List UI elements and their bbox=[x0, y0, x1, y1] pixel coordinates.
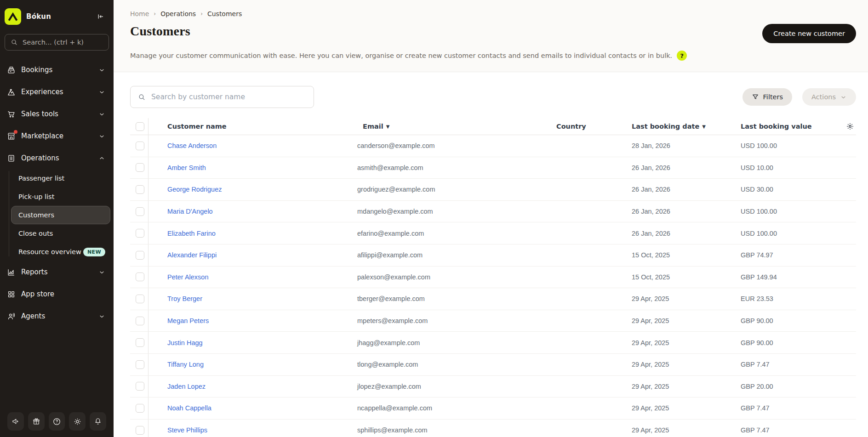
sidebar-item-bookings[interactable]: Bookings bbox=[0, 59, 114, 81]
sidebar-item-passenger-list[interactable]: Passenger list bbox=[11, 169, 110, 187]
filters-button[interactable]: Filters bbox=[742, 88, 792, 106]
announcements-button[interactable] bbox=[7, 412, 24, 431]
notifications-button[interactable] bbox=[90, 412, 106, 431]
brand-name: Bókun bbox=[26, 12, 94, 21]
column-settings-cell bbox=[840, 122, 856, 131]
operations-submenu: Passenger list Pick-up list Customers Cl… bbox=[0, 169, 114, 261]
collapse-sidebar-button[interactable] bbox=[94, 11, 106, 23]
sidebar-search-input[interactable]: Search... (ctrl + k) bbox=[5, 34, 109, 51]
sub-item-label: Close outs bbox=[18, 230, 53, 237]
row-checkbox[interactable] bbox=[136, 229, 144, 238]
customer-name-cell: Alexander Filippi bbox=[148, 251, 357, 259]
table-row: Steve Phillipssphillips@example.com29 Ap… bbox=[130, 420, 856, 437]
page-description: Manage your customer communication with … bbox=[130, 52, 672, 59]
table-header-row: Customer name Email ▼ Country Last booki… bbox=[130, 118, 856, 135]
mountain-logo-icon bbox=[7, 11, 18, 22]
row-checkbox-cell bbox=[130, 135, 148, 157]
sidebar-item-app-store[interactable]: App store bbox=[0, 283, 114, 305]
customer-name-cell: Troy Berger bbox=[148, 295, 357, 302]
customer-name-cell: Justin Hagg bbox=[148, 339, 357, 346]
row-checkbox[interactable] bbox=[136, 251, 144, 260]
customer-search-box[interactable] bbox=[130, 86, 314, 108]
row-checkbox[interactable] bbox=[136, 295, 144, 303]
help-button[interactable] bbox=[49, 412, 65, 431]
sidebar-item-sales-tools[interactable]: Sales tools bbox=[0, 103, 114, 125]
customer-name-link[interactable]: Noah Cappella bbox=[167, 404, 211, 412]
customer-name-link[interactable]: Steve Phillips bbox=[167, 426, 207, 434]
customer-name-link[interactable]: Justin Hagg bbox=[167, 339, 203, 346]
sidebar-item-reports[interactable]: Reports bbox=[0, 261, 114, 283]
customer-name-link[interactable]: Amber Smith bbox=[167, 164, 206, 171]
customer-name-link[interactable]: Troy Berger bbox=[167, 295, 202, 302]
last-booking-value: USD 100.00 bbox=[741, 208, 840, 215]
email-header-label: Email bbox=[363, 123, 383, 130]
page-header: Home › Operations › Customers Customers … bbox=[114, 0, 868, 72]
breadcrumb-customers[interactable]: Customers bbox=[207, 10, 242, 17]
customer-name-cell: Jaden Lopez bbox=[148, 383, 357, 390]
row-checkbox[interactable] bbox=[136, 185, 144, 194]
sidebar-item-label: App store bbox=[21, 290, 105, 298]
sidebar-item-marketplace[interactable]: Marketplace bbox=[0, 125, 114, 147]
customer-name-link[interactable]: Megan Peters bbox=[167, 317, 209, 324]
row-checkbox[interactable] bbox=[136, 404, 144, 413]
bokun-logo bbox=[5, 8, 21, 25]
column-header-last-booking-date[interactable]: Last booking date ▼ bbox=[632, 123, 741, 130]
customer-name-link[interactable]: Alexander Filippi bbox=[167, 251, 217, 259]
customer-name-link[interactable]: Peter Alexson bbox=[167, 273, 208, 281]
filters-label: Filters bbox=[763, 93, 783, 101]
last-booking-value: EUR 23.53 bbox=[741, 295, 840, 302]
sidebar-item-resource-overview[interactable]: Resource overview NEW bbox=[11, 243, 110, 261]
sidebar-item-customers[interactable]: Customers bbox=[11, 206, 110, 224]
table-row: Peter Alexsonpalexson@example.com15 Oct,… bbox=[130, 267, 856, 289]
whats-new-button[interactable] bbox=[28, 412, 45, 431]
create-new-customer-button[interactable]: Create new customer bbox=[762, 24, 856, 43]
sidebar-item-experiences[interactable]: Experiences bbox=[0, 81, 114, 103]
sidebar-item-close-outs[interactable]: Close outs bbox=[11, 224, 110, 243]
select-all-checkbox[interactable] bbox=[136, 122, 144, 131]
row-checkbox[interactable] bbox=[136, 338, 144, 347]
column-header-email[interactable]: Email ▼ bbox=[357, 123, 556, 130]
help-bubble-icon[interactable]: ? bbox=[677, 51, 687, 61]
row-checkbox[interactable] bbox=[136, 382, 144, 391]
row-checkbox[interactable] bbox=[136, 163, 144, 172]
customer-name-link[interactable]: Jaden Lopez bbox=[167, 383, 206, 390]
table-row: Maria D'Angelomdangelo@example.com26 Jan… bbox=[130, 201, 856, 223]
table-settings-gear-icon[interactable] bbox=[846, 122, 854, 131]
sidebar-item-agents[interactable]: Agents bbox=[0, 305, 114, 327]
table-row: Elizabeth Farinoefarino@example.com26 Ja… bbox=[130, 222, 856, 244]
customer-email: afilippi@example.com bbox=[357, 251, 556, 259]
row-checkbox[interactable] bbox=[136, 426, 144, 435]
settings-button[interactable] bbox=[69, 412, 86, 431]
customer-name-link[interactable]: George Rodriguez bbox=[167, 186, 222, 193]
last-booking-value: USD 100.00 bbox=[741, 142, 840, 149]
page-title: Customers bbox=[130, 24, 190, 39]
row-checkbox[interactable] bbox=[136, 317, 144, 325]
chevron-down-icon bbox=[98, 67, 105, 74]
row-checkbox[interactable] bbox=[136, 360, 144, 369]
customer-email: efarino@example.com bbox=[357, 230, 556, 237]
last-booking-date: 15 Oct, 2025 bbox=[632, 273, 741, 281]
column-header-country[interactable]: Country bbox=[556, 123, 632, 130]
row-checkbox[interactable] bbox=[136, 142, 144, 150]
customer-search-input[interactable] bbox=[151, 93, 306, 101]
actions-label: Actions bbox=[811, 93, 836, 101]
column-header-customer-name[interactable]: Customer name bbox=[148, 123, 357, 130]
sidebar-item-operations[interactable]: Operations bbox=[0, 147, 114, 169]
notification-dot bbox=[14, 130, 17, 134]
breadcrumb-operations[interactable]: Operations bbox=[160, 10, 196, 17]
breadcrumb-home[interactable]: Home bbox=[130, 10, 149, 17]
agents-icon bbox=[7, 312, 16, 321]
customer-name-link[interactable]: Maria D'Angelo bbox=[167, 208, 213, 215]
customer-name-link[interactable]: Chase Anderson bbox=[167, 142, 217, 149]
chevron-up-icon bbox=[98, 155, 105, 162]
row-checkbox[interactable] bbox=[136, 207, 144, 216]
customer-name-link[interactable]: Elizabeth Farino bbox=[167, 230, 216, 237]
row-checkbox[interactable] bbox=[136, 272, 144, 281]
actions-button[interactable]: Actions bbox=[802, 88, 856, 106]
column-header-last-booking-value[interactable]: Last booking value bbox=[741, 123, 840, 130]
megaphone-icon bbox=[11, 417, 20, 426]
row-checkbox-cell bbox=[130, 420, 148, 437]
sidebar-item-pick-up-list[interactable]: Pick-up list bbox=[11, 187, 110, 206]
customer-email: sphillips@example.com bbox=[357, 426, 556, 434]
customer-name-link[interactable]: Tiffany Long bbox=[167, 361, 204, 368]
